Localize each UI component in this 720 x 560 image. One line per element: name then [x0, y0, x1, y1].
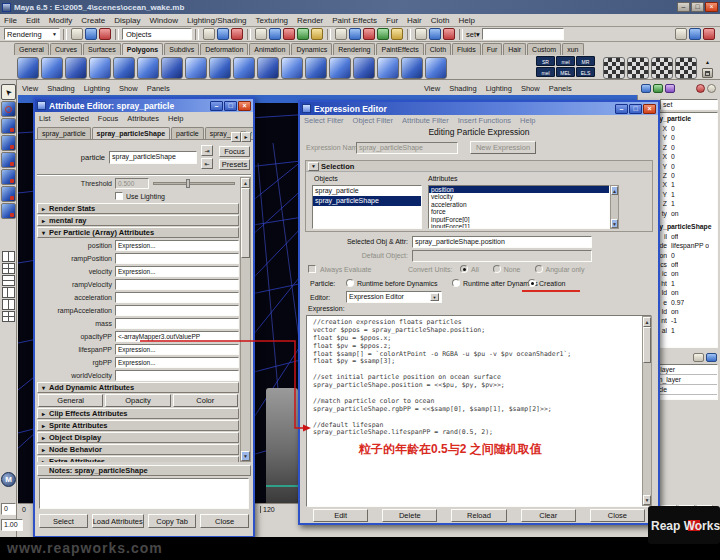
panel-menu-shading[interactable]: Shading	[449, 84, 477, 93]
attribute-item-inputforce-0[interactable]: inputForce[0]	[429, 216, 609, 223]
channel-value[interactable]: lifespanPP o	[671, 241, 709, 250]
attribute-item-position[interactable]: position	[429, 186, 609, 193]
ae-tab-spray-particle[interactable]: spray_particle	[37, 127, 91, 139]
poly-cylinder-icon[interactable]	[65, 57, 87, 79]
ae-field-opacitypp[interactable]: <-arrayMapper3.outValuePP	[115, 331, 239, 342]
make-live-icon[interactable]	[311, 28, 323, 40]
channel-value[interactable]: on	[671, 209, 679, 218]
shelf-tab-xun[interactable]: xun	[562, 43, 583, 55]
focus-button[interactable]: Focus	[219, 146, 250, 157]
section-render-stats[interactable]: ▸Render Stats	[37, 203, 239, 214]
channel-value[interactable]: on	[671, 307, 679, 316]
panel-menu-show[interactable]: Show	[119, 84, 138, 93]
presets-button[interactable]: Presets	[219, 159, 250, 170]
minimize-button[interactable]: –	[210, 101, 223, 111]
panel-menu-view[interactable]: View	[22, 84, 38, 93]
menu-hair[interactable]: Hair	[407, 16, 422, 25]
panel-menu-view[interactable]: View	[424, 84, 440, 93]
text-tool-icon[interactable]	[425, 57, 447, 79]
poly-helix-icon[interactable]	[233, 57, 255, 79]
poly-pipe-icon[interactable]	[209, 57, 231, 79]
main-titlebar[interactable]: Maya 6.5 : E:\2005_4\scenes\ocean_wake.m…	[0, 0, 720, 14]
panel-menu-shading[interactable]: Shading	[47, 84, 75, 93]
ae-field-rgbpp[interactable]: Expression...	[115, 357, 239, 368]
object-item-spray-particleshape[interactable]: spray_particleShape	[313, 196, 421, 206]
channel-value[interactable]: 0.97	[671, 298, 684, 307]
notes-header[interactable]: Notes: spray_particleShape	[37, 465, 251, 476]
minimize-button[interactable]: –	[615, 104, 628, 114]
shelf-tab-fluids[interactable]: Fluids	[452, 43, 481, 55]
channel-box-top-field[interactable]: set	[660, 99, 718, 110]
notes-field[interactable]	[39, 478, 249, 509]
outliner-persp-layout[interactable]	[2, 311, 15, 322]
divider[interactable]	[63, 29, 67, 40]
shelf-tab-general[interactable]: General	[14, 43, 49, 55]
rotate-tool-icon[interactable]	[1, 152, 16, 168]
channel-value[interactable]: 0	[671, 143, 675, 152]
attribute-item-force[interactable]: force	[429, 208, 609, 215]
attribute-editor-titlebar[interactable]: Attribute Editor: spray_particle – □ ×	[35, 99, 253, 112]
particle-mode-runtime-after-dynamics[interactable]: Runtime after Dynamics	[452, 279, 538, 287]
menu-render[interactable]: Render	[297, 16, 323, 25]
menu-window[interactable]: Window	[150, 16, 178, 25]
section-add-dynamic-attributes[interactable]: ▾Add Dynamic Attributes	[37, 382, 239, 393]
attributes-list-scrollbar[interactable]: ▲ ▼	[610, 185, 619, 229]
mel-script-icon[interactable]: MR	[576, 56, 595, 66]
channel-value[interactable]: on	[671, 269, 679, 278]
scale-tool-icon[interactable]	[1, 169, 16, 185]
section-extra-attributes[interactable]: ▸Extra Attributes	[37, 456, 239, 462]
delete-button[interactable]: Delete	[382, 509, 437, 522]
radio-creation[interactable]	[528, 279, 536, 287]
channel-value[interactable]: 0	[671, 124, 675, 133]
shelf-tab-dynamics[interactable]: Dynamics	[291, 43, 332, 55]
show-output-connections-icon[interactable]: ⇤	[201, 158, 213, 169]
mel-script-icon[interactable]: SR	[536, 56, 555, 66]
menu-file[interactable]: File	[4, 16, 17, 25]
section-sprite-attributes[interactable]: ▸Sprite Attributes	[37, 420, 239, 431]
render-settings-icon[interactable]	[443, 28, 455, 40]
playback-start-field[interactable]: 0	[1, 503, 16, 515]
divider[interactable]	[115, 29, 119, 40]
nurbs-plane-icon[interactable]	[353, 57, 375, 79]
snap-view-plane-icon[interactable]	[297, 28, 309, 40]
panel-menu-panels[interactable]: Panels	[147, 84, 170, 93]
ae-menu-attributes[interactable]: Attributes	[127, 114, 159, 123]
selection-mode-field[interactable]: Objects	[122, 28, 192, 40]
section-object-display[interactable]: ▸Object Display	[37, 432, 239, 443]
mel-script-icon[interactable]: ELS	[576, 67, 595, 77]
attribute-item-acceleration[interactable]: acceleration	[429, 201, 609, 208]
attributes-list[interactable]: positionvelocityaccelerationforceinputFo…	[428, 185, 610, 229]
channel-value[interactable]: off	[671, 260, 678, 269]
two-pane-stacked-layout[interactable]	[2, 275, 15, 286]
divider[interactable]	[407, 29, 411, 40]
nurbs-sphere-icon[interactable]	[257, 57, 279, 79]
shelf-tab-curves[interactable]: Curves	[50, 43, 82, 55]
select-hierarchy-icon[interactable]	[203, 28, 215, 40]
add-general-button[interactable]: General	[38, 394, 103, 407]
panel-menu-panels[interactable]: Panels	[549, 84, 572, 93]
ee-menu-select-filter[interactable]: Select Filter	[304, 116, 344, 125]
channel-value[interactable]: 1	[671, 190, 675, 199]
edit-button[interactable]: Edit	[313, 509, 368, 522]
menu-cloth[interactable]: Cloth	[431, 16, 450, 25]
scroll-up-icon[interactable]: ▲	[611, 186, 618, 195]
shelf-tab-cloth[interactable]: Cloth	[425, 43, 451, 55]
playback-speed-field[interactable]: 1.00	[1, 519, 23, 531]
two-pane-side-layout[interactable]	[2, 263, 15, 274]
copy-tab-button[interactable]: Copy Tab	[148, 514, 197, 528]
channel-value[interactable]: 1	[671, 180, 675, 189]
checker-shader-icon[interactable]	[627, 57, 649, 79]
shelf-tab-custom[interactable]: Custom	[527, 43, 561, 55]
show-manipulator-icon[interactable]	[1, 203, 16, 219]
scroll-up-icon[interactable]: ▲	[241, 178, 250, 188]
radio-runtime-after-dynamics[interactable]	[452, 279, 460, 287]
snap-grid-icon[interactable]	[255, 28, 267, 40]
checker-shader-icon[interactable]	[603, 57, 625, 79]
objects-list[interactable]: spray_particlespray_particleShape	[312, 185, 422, 229]
poly-plane-icon[interactable]	[113, 57, 135, 79]
mel-script-icon[interactable]: mel	[556, 56, 575, 66]
object-item-spray-particle[interactable]: spray_particle	[313, 186, 421, 196]
add-opacity-button[interactable]: Opacity	[105, 394, 170, 407]
lasso-tool-icon[interactable]	[1, 101, 16, 117]
ae-field-lifespanpp[interactable]: Expression...	[115, 344, 239, 355]
